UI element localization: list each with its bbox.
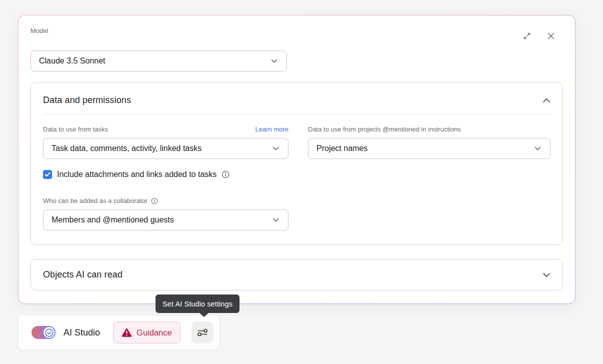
task-data-label: Data to use from tasks (43, 126, 108, 134)
collaborator-info[interactable] (151, 198, 158, 204)
projects-column: Data to use from projects @mentioned in … (308, 126, 550, 230)
chevron-down-icon (542, 272, 550, 278)
ai-studio-label: AI Studio (64, 328, 100, 338)
guidance-button[interactable]: Guidance (113, 322, 180, 344)
section-title: Data and permissions (43, 95, 131, 106)
section-divider (43, 114, 550, 114)
chevron-down-icon (272, 218, 279, 222)
collaborator-select[interactable]: Members and @mentioned guests (43, 210, 288, 230)
sliders-icon (196, 326, 209, 339)
attachments-label: Include attachments and links added to t… (57, 170, 216, 179)
window-controls (522, 31, 556, 41)
check-icon (44, 172, 50, 177)
tooltip: Set AI Studio settings (156, 294, 240, 313)
attachments-checkbox[interactable] (43, 170, 52, 179)
model-select[interactable]: Claude 3.5 Sonnet (30, 50, 287, 72)
attachments-info[interactable] (222, 170, 230, 178)
objects-header[interactable]: Objects AI can read (43, 270, 550, 280)
tooltip-caret (199, 312, 209, 317)
expand-icon (522, 31, 532, 41)
warning-triangle-icon (122, 328, 132, 338)
ai-studio-toggle[interactable] (32, 326, 56, 339)
modal-header: Model (30, 27, 563, 41)
ai-studio-settings-button[interactable] (192, 322, 214, 344)
projects-select[interactable]: Project names (308, 138, 550, 159)
permissions-grid: Data to use from tasks Learn more Task d… (43, 126, 550, 230)
data-permissions-header[interactable]: Data and permissions (43, 95, 550, 106)
ai-studio-bar: AI Studio Guidance (18, 315, 220, 350)
expand-button[interactable] (522, 31, 532, 41)
data-permissions-section: Data and permissions Data to use from ta… (30, 82, 563, 245)
info-icon (222, 170, 230, 178)
info-icon (151, 198, 158, 204)
task-data-select[interactable]: Task data, comments, activity, linked ta… (43, 138, 288, 159)
chevron-down-icon (534, 146, 541, 150)
projects-label: Data to use from projects @mentioned in … (308, 126, 461, 134)
model-select-value: Claude 3.5 Sonnet (39, 56, 106, 66)
section-title: Objects AI can read (43, 270, 122, 280)
model-label: Model (30, 27, 48, 35)
learn-more-link[interactable]: Learn more (256, 126, 288, 133)
chevron-down-icon (271, 59, 278, 63)
collaborator-select-value: Members and @mentioned guests (52, 216, 174, 224)
tasks-column: Data to use from tasks Learn more Task d… (43, 126, 288, 230)
close-icon (546, 31, 556, 41)
chevron-down-icon (272, 146, 279, 150)
ai-studio-settings-modal: Model Claude 3.5 Sonnet (18, 15, 576, 304)
check-circle-icon (45, 328, 54, 337)
tooltip-text: Set AI Studio settings (162, 300, 232, 308)
task-data-select-value: Task data, comments, activity, linked ta… (52, 144, 202, 153)
close-button[interactable] (546, 31, 556, 41)
projects-select-value: Project names (316, 144, 368, 153)
chevron-up-icon (542, 98, 550, 103)
collaborator-label-row: Who can be added as a collaborator (43, 197, 288, 205)
objects-section: Objects AI can read (30, 259, 563, 290)
page-background: Model Claude 3.5 Sonnet (0, 0, 603, 364)
guidance-label: Guidance (136, 328, 172, 338)
attachments-row: Include attachments and links added to t… (43, 170, 288, 179)
toggle-knob (44, 327, 54, 338)
collaborator-label: Who can be added as a collaborator (43, 197, 148, 205)
